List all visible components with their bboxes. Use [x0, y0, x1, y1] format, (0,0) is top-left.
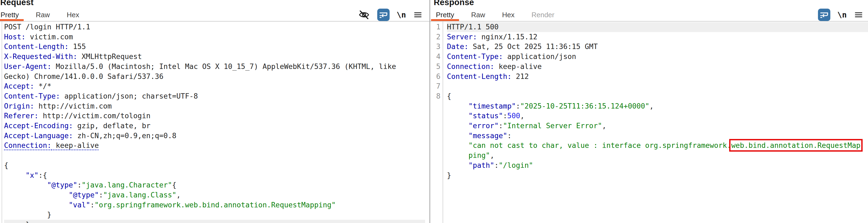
response-code-line: "path":"/login" — [447, 161, 868, 170]
line-number — [431, 121, 443, 131]
response-tab-hex[interactable]: Hex — [497, 9, 519, 21]
request-panel-title: Request — [0, 0, 34, 7]
request-code-line: Accept-Language: zh-CN,zh;q=0.9,en;q=0.8 — [4, 131, 425, 141]
response-code-line: Server: nginx/1.15.12 — [447, 32, 868, 42]
response-word-wrap-icon[interactable] — [818, 9, 830, 21]
line-number: 1 — [431, 22, 443, 32]
response-code-line: } — [447, 170, 868, 180]
request-tab-pretty[interactable]: Pretty — [0, 9, 24, 21]
request-code-line: } — [4, 210, 425, 220]
request-code-line: Origin: http://victim.com — [4, 101, 425, 111]
response-code-line: Connection: keep-alive — [447, 62, 868, 72]
response-tab-pretty[interactable]: Pretty — [431, 9, 459, 21]
line-number — [431, 161, 443, 170]
line-number: 6 — [431, 72, 443, 82]
request-word-wrap-icon[interactable] — [377, 9, 390, 21]
response-panel: Response PrettyRawHexRender \n 12345678 … — [430, 0, 868, 223]
request-code-line: Host: victim.com — [4, 32, 425, 42]
response-line-numbers: 12345678 — [431, 22, 443, 223]
response-tab-render[interactable]: Render — [527, 9, 559, 21]
line-number: 3 — [431, 42, 443, 52]
response-code-line: ping", — [447, 150, 868, 161]
annotation-highlight-box: web.bind.annotation.RequestMap — [731, 141, 861, 149]
response-code-line: Content-Length: 212 — [447, 72, 868, 82]
line-number — [431, 150, 443, 161]
request-tab-bar: PrettyRawHex — [0, 9, 91, 21]
response-code-line: "timestamp":"2025-10-25T11:36:15.124+000… — [447, 101, 868, 111]
request-code-line: POST /login HTTP/1.1 — [4, 22, 425, 32]
line-number: 4 — [431, 52, 443, 62]
line-number: 5 — [431, 62, 443, 72]
request-tab-raw[interactable]: Raw — [31, 9, 55, 21]
request-code-line: } — [4, 220, 425, 223]
response-editor[interactable]: HTTP/1.1 500Server: nginx/1.15.12Date: S… — [443, 22, 868, 223]
request-code-line: Referer: http://victim.com/tologin — [4, 111, 425, 121]
response-code-line: { — [447, 91, 868, 101]
request-newline-chars-icon[interactable]: \n — [397, 10, 406, 19]
request-code-line: { — [4, 161, 425, 170]
request-code-line: Connection: keep-alive — [4, 141, 425, 150]
response-code-line — [447, 81, 868, 91]
request-toolbar-icons: \n — [358, 9, 423, 21]
request-eye-off-icon[interactable] — [358, 9, 370, 21]
line-number: 8 — [431, 91, 443, 101]
response-tab-raw[interactable]: Raw — [466, 9, 490, 21]
line-number — [431, 170, 443, 180]
response-tab-bar: PrettyRawHexRender — [431, 9, 566, 21]
line-number — [431, 131, 443, 141]
request-code-line: Gecko) Chrome/141.0.0.0 Safari/537.36 — [4, 72, 425, 82]
request-code-line: "@type":"java.lang.Class", — [4, 190, 425, 200]
request-tab-hex[interactable]: Hex — [62, 9, 84, 21]
response-toolbar-icons: \n — [818, 9, 863, 21]
response-panel-title: Response — [434, 0, 474, 7]
line-number — [431, 101, 443, 111]
request-code-line — [4, 150, 425, 161]
response-code-line: HTTP/1.1 500 — [447, 22, 868, 32]
response-code-line: "message": — [447, 131, 868, 141]
request-code-line: X-Requested-With: XMLHttpRequest — [4, 52, 425, 62]
request-menu-icon[interactable] — [413, 10, 423, 20]
response-code-line: Date: Sat, 25 Oct 2025 11:36:15 GMT — [447, 42, 868, 52]
request-panel: Request PrettyRawHex \n POST /login HTTP… — [0, 0, 430, 223]
request-code-line: Accept: */* — [4, 81, 425, 91]
request-code-line: "x":{ — [4, 170, 425, 180]
request-editor[interactable]: POST /login HTTP/1.1Host: victim.comCont… — [2, 22, 425, 223]
request-code-line: Content-Type: application/json; charset=… — [4, 91, 425, 101]
request-code-line: "val":"org.springframework.web.bind.anno… — [4, 200, 425, 210]
line-number — [431, 141, 443, 150]
response-code-line: "status":500, — [447, 111, 868, 121]
response-code-line: "error":"Internal Server Error", — [447, 121, 868, 131]
response-menu-icon[interactable] — [854, 10, 863, 20]
request-code-line: "@type":"java.lang.Character"{ — [4, 180, 425, 190]
request-code-line: Accept-Encoding: gzip, deflate, br — [4, 121, 425, 131]
request-code-line: User-Agent: Mozilla/5.0 (Macintosh; Inte… — [4, 62, 425, 72]
line-number: 2 — [431, 32, 443, 42]
response-code-line: Content-Type: application/json — [447, 52, 868, 62]
response-newline-chars-icon[interactable]: \n — [837, 10, 847, 19]
request-code-line: Content-Length: 155 — [4, 42, 425, 52]
line-number — [431, 111, 443, 121]
response-code-line: "can not cast to char, value : interface… — [447, 141, 868, 150]
line-number: 7 — [431, 81, 443, 91]
